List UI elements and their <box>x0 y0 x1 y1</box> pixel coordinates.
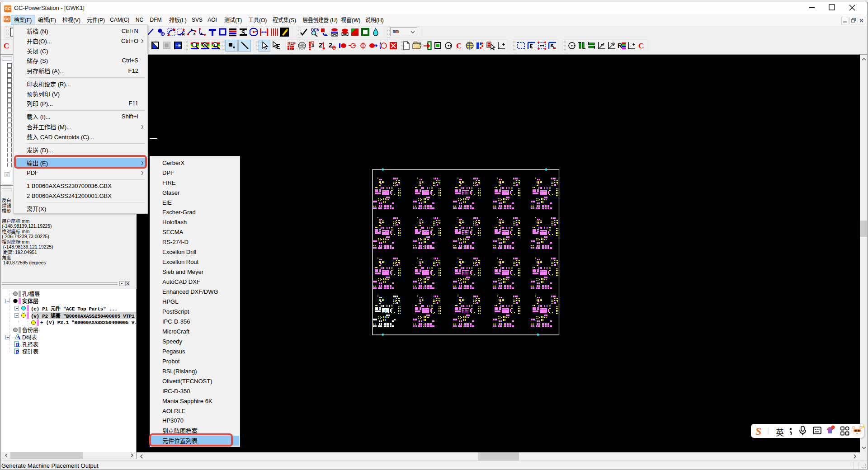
svg-text:C: C <box>456 42 462 50</box>
svg-text:S: S <box>241 29 245 36</box>
svg-text:A: A <box>16 334 20 340</box>
svg-text:P: P <box>16 349 19 355</box>
svg-text:2: 2 <box>329 42 332 49</box>
svg-text:C: C <box>638 42 644 50</box>
svg-text:R: R <box>618 42 622 49</box>
svg-text:REF: REF <box>288 41 296 46</box>
svg-text:E: E <box>214 43 217 47</box>
svg-text:R: R <box>16 342 20 348</box>
svg-text:S: S <box>755 425 761 437</box>
svg-text:#: # <box>311 43 314 48</box>
svg-text:C: C <box>4 42 9 50</box>
svg-text:2: 2 <box>319 42 322 49</box>
